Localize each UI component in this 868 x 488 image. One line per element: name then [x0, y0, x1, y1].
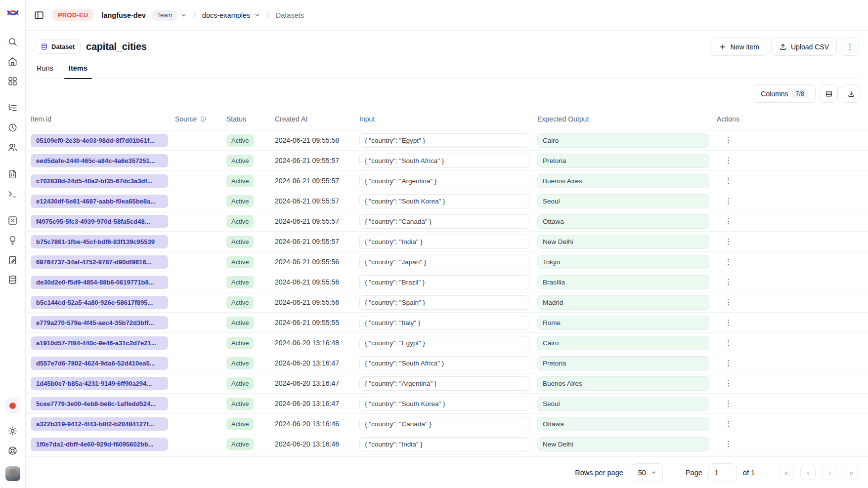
- item-id-link[interactable]: e12430df-5e81-4687-aabb-f0ea65be8a...: [31, 195, 168, 208]
- org-name[interactable]: langfuse-dev: [101, 11, 145, 19]
- table-row: e779a270-579a-4f45-aec4-35b72d3bff... Ac…: [26, 313, 868, 333]
- row-actions-button[interactable]: ⋮: [721, 156, 736, 165]
- first-page-button[interactable]: «: [779, 465, 794, 480]
- row-actions-button[interactable]: ⋮: [721, 439, 736, 449]
- tab-items[interactable]: Items: [68, 64, 88, 79]
- kebab-icon: ⋮: [725, 257, 732, 266]
- rows-per-page-select[interactable]: 50: [631, 463, 663, 482]
- dataset-actions-button[interactable]: ⋮: [841, 38, 859, 56]
- table-row: a1910d57-7f84-440c-9e46-a31c2d7e21... Ac…: [26, 333, 868, 353]
- created-at-cell: 2024-06-21 09:55:55: [275, 319, 359, 326]
- input-cell: { "country": "Argentina" }: [359, 376, 529, 391]
- org-type-dropdown[interactable]: Team: [152, 10, 187, 21]
- kebab-icon: ⋮: [725, 136, 732, 144]
- col-source-label: Source: [175, 115, 197, 123]
- chevron-down-icon: [651, 469, 657, 476]
- table-row: 1f0e7da1-dbff-4e60-929d-f6095602bb... Ac…: [26, 434, 868, 454]
- kebab-icon: ⋮: [725, 379, 732, 387]
- sessions-clock-icon[interactable]: [3, 118, 22, 137]
- status-badge: Active: [226, 215, 254, 228]
- item-id-link[interactable]: c702838d-24d5-40a2-bf35-67dc3a3df...: [31, 174, 168, 188]
- item-id-link[interactable]: 05109ef0-2e3b-4e03-98dd-8f7d01b61f...: [31, 134, 168, 147]
- col-expected-output: Expected Output: [537, 115, 717, 123]
- item-id-link[interactable]: b5c144cd-52a5-4a80-926e-58617f895...: [31, 296, 168, 309]
- row-actions-button[interactable]: ⋮: [721, 237, 736, 246]
- status-badge: Active: [226, 175, 254, 187]
- export-button[interactable]: [842, 84, 860, 103]
- tab-runs[interactable]: Runs: [36, 64, 54, 79]
- page-number-input[interactable]: [708, 463, 737, 482]
- users-icon[interactable]: [3, 137, 22, 157]
- item-id-link[interactable]: d557e7d6-7802-4624-9da6-52d410ea5...: [31, 357, 168, 370]
- item-id-link[interactable]: f4975c95-5fc3-4939-970d-58fa5cd48...: [31, 215, 168, 228]
- langfuse-logo-icon[interactable]: [6, 6, 19, 21]
- columns-button[interactable]: Columns 7/8: [753, 84, 816, 103]
- item-id-link[interactable]: 5cee7779-3e00-4eb8-be8c-1affedd524...: [31, 397, 168, 410]
- item-id-link[interactable]: a322b319-9412-4f43-b8f2-b20484127f...: [31, 417, 168, 431]
- expected-output-cell: Madrid: [537, 295, 709, 310]
- row-actions-button[interactable]: ⋮: [721, 399, 736, 408]
- row-actions-button[interactable]: ⋮: [721, 338, 736, 348]
- expected-output-cell: Cairo: [537, 336, 709, 350]
- breadcrumb-datasets[interactable]: Datasets: [276, 11, 304, 19]
- support-lifebuoy-icon[interactable]: [3, 441, 22, 460]
- table-row: e12430df-5e81-4687-aabb-f0ea65be8a... Ac…: [26, 191, 868, 211]
- col-status: Status: [226, 115, 275, 123]
- annotation-icon[interactable]: [3, 250, 22, 270]
- playground-icon[interactable]: [3, 210, 22, 230]
- item-id-link[interactable]: 69764737-34af-4752-9787-d90df9616...: [31, 255, 168, 269]
- lightbulb-icon[interactable]: [3, 230, 22, 250]
- search-icon[interactable]: [3, 32, 22, 51]
- home-icon[interactable]: [3, 51, 22, 71]
- item-id-link[interactable]: a1910d57-7f84-440c-9e46-a31c2d7e21...: [31, 336, 168, 350]
- created-at-cell: 2024-06-20 13:16:46: [275, 420, 359, 428]
- sidebar-toggle-icon[interactable]: [34, 10, 44, 21]
- row-actions-button[interactable]: ⋮: [721, 257, 736, 267]
- settings-gear-icon[interactable]: [3, 421, 22, 441]
- row-actions-button[interactable]: ⋮: [721, 135, 736, 145]
- record-indicator[interactable]: [4, 397, 21, 414]
- upload-csv-label: Upload CSV: [791, 43, 829, 51]
- expected-output-cell: Ottawa: [537, 417, 709, 431]
- kebab-icon: ⋮: [725, 197, 732, 205]
- page-title: capital_cities: [86, 41, 147, 52]
- sidebar-bottom: [3, 397, 22, 481]
- row-actions-button[interactable]: ⋮: [721, 378, 736, 388]
- item-id-link[interactable]: 1d45b0e7-b85a-4231-9149-6ff90a294...: [31, 377, 168, 390]
- prev-page-button[interactable]: ‹: [800, 465, 816, 480]
- project-dropdown[interactable]: docs-examples: [202, 11, 261, 19]
- tracing-icon[interactable]: [3, 98, 22, 118]
- item-id-link[interactable]: de30d2e0-f5d9-4854-88b6-0619771b8...: [31, 276, 168, 289]
- row-actions-button[interactable]: ⋮: [721, 358, 736, 368]
- new-item-button[interactable]: New item: [711, 38, 767, 56]
- item-id-link[interactable]: e779a270-579a-4f45-aec4-35b72d3bff...: [31, 316, 168, 329]
- row-actions-button[interactable]: ⋮: [721, 419, 736, 429]
- info-icon[interactable]: [200, 116, 207, 122]
- col-actions: Actions: [717, 115, 860, 123]
- row-actions-button[interactable]: ⋮: [721, 297, 736, 307]
- user-avatar[interactable]: [5, 466, 20, 481]
- row-height-button[interactable]: [820, 84, 838, 103]
- row-actions-button[interactable]: ⋮: [721, 216, 736, 226]
- kebab-icon: ⋮: [725, 156, 732, 164]
- kebab-icon: ⋮: [725, 217, 732, 225]
- upload-csv-button[interactable]: Upload CSV: [771, 38, 837, 56]
- json-file-icon[interactable]: [3, 164, 22, 184]
- input-cell: { "country": "India" }: [359, 437, 529, 451]
- expected-output-cell: Rome: [537, 316, 709, 330]
- status-badge: Active: [226, 418, 254, 430]
- next-page-button[interactable]: ›: [822, 465, 837, 480]
- item-id-link[interactable]: 1f0e7da1-dbff-4e60-929d-f6095602bb...: [31, 438, 168, 451]
- row-actions-button[interactable]: ⋮: [721, 318, 736, 327]
- item-id-link[interactable]: eed5dafe-244f-465c-a84c-4a6e357251...: [31, 154, 168, 167]
- row-actions-button[interactable]: ⋮: [721, 196, 736, 206]
- terminal-prompts-icon[interactable]: [3, 184, 22, 203]
- row-actions-button[interactable]: ⋮: [721, 277, 736, 287]
- last-page-button[interactable]: »: [844, 465, 859, 480]
- expected-output-cell: Seoul: [537, 194, 709, 208]
- status-badge: Active: [226, 276, 254, 288]
- item-id-link[interactable]: b75c7861-1fbe-45cf-bdf6-83f139c95539: [31, 235, 168, 248]
- row-actions-button[interactable]: ⋮: [721, 176, 736, 186]
- dashboard-icon[interactable]: [3, 71, 22, 91]
- datasets-icon[interactable]: [3, 270, 22, 289]
